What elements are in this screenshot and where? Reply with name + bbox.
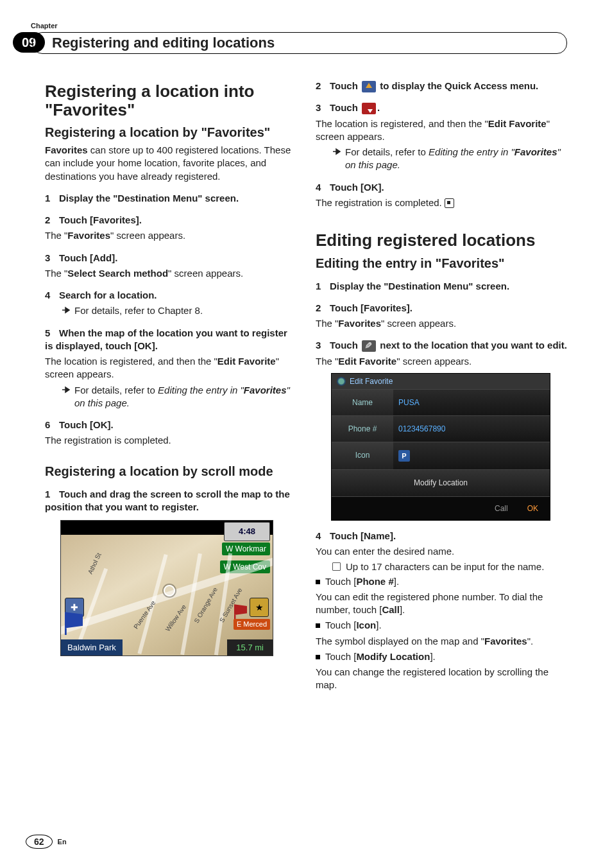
step-2-result: The "Favorites" screen appears. [45,229,296,242]
step-4-detail-text: For details, refer to Chapter 8. [74,304,203,317]
map-current-location: Baldwin Park [61,639,123,656]
r-step-4-result: The registration is completed. [316,196,567,209]
e-step-1-text: Display the "Destination Menu" screen. [330,281,509,291]
editfav-icon-value: P [393,442,550,469]
chapter-label: Chapter [31,22,58,30]
t: The " [316,318,338,329]
step-3: 3Touch [Add]. [45,252,296,265]
editfav-row-icon: Icon P [332,442,550,469]
bullet-phone: Touch [Phone #]. [316,575,567,588]
e-step-2-text: Touch [Favorites]. [330,302,412,313]
intro-paragraph: Favorites can store up to 400 registered… [45,144,296,183]
road-label: E Merced [234,619,270,630]
e-step-2: 2Touch [Favorites]. [316,302,567,315]
t: The " [45,230,67,241]
t: Select Search method [67,268,168,279]
t: For details, refer to [74,385,158,395]
editfav-phone-label: Phone # [332,416,393,442]
e-step-4-note-text: Up to 17 characters can be input for the… [346,560,544,573]
t: The location is registered, and then the… [316,118,488,129]
end-section-icon [445,198,454,208]
quick-access-icon [362,81,376,92]
editfav-phone-value: 01234567890 [393,416,550,442]
step-5-detail: For details, refer to Editing the entry … [62,384,296,410]
r-step-2: 2Touch to display the Quick Access menu. [316,80,567,92]
t: The " [316,356,338,367]
e-step-3-result: The "Edit Favorite" screen appears. [316,355,567,368]
t: ". [527,636,534,647]
t: " screen appears. [168,268,243,279]
r-step-3: 3Touch . [316,101,567,114]
editfav-name-label: Name [332,390,393,415]
t: ]. [394,576,399,587]
bullet-modify: Touch [Modify Location]. [316,650,567,663]
step-6-text: Touch [OK]. [59,419,114,430]
editfav-icon-label: Icon [332,442,393,469]
e-step-4-result: You can enter the desired name. [316,545,567,558]
note-icon [332,562,341,571]
t: Favorites [514,146,557,157]
t: . [377,102,380,113]
subheading-register-by-favorites: Registering a location by "Favorites" [45,125,296,140]
t: Favorites [67,230,110,241]
e-step-1: 1Display the "Destination Menu" screen. [316,280,567,293]
r-step-3-detail: For details, refer to Editing the entry … [332,146,567,172]
t: Edit Favorite [488,118,547,129]
editfav-footer: Call OK [332,496,550,520]
road-label: Athol St [86,551,103,575]
globe-icon [337,377,346,386]
step-2-text: Touch [Favorites]. [59,214,142,225]
bullet-phone-text: Touch [Phone #]. [325,575,399,588]
step-5-result: The location is registered, and then the… [45,355,296,381]
t: Favorites [338,318,381,329]
step-6: 6Touch [OK]. [45,419,296,431]
bullet-modify-text: Touch [Modify Location]. [325,650,436,663]
step-5-text: When the map of the location you want to… [45,327,287,351]
map-right-icon: ★ [250,598,269,617]
r-step-3-result: The location is registered, and then the… [316,117,567,144]
t: Touch [ [325,651,356,662]
editfav-row-phone: Phone # 01234567890 [332,415,550,442]
editfav-row-name: Name PUSA [332,389,550,415]
t: For details, refer to [345,146,429,157]
left-column: Registering a location into "Favorites" … [45,71,296,695]
arrow-icon [332,148,341,155]
edit-icon [362,340,376,352]
bullet-icon: Touch [Icon]. [316,619,567,632]
t: Edit Favorite [217,356,276,367]
step-4-text: Search for a location. [59,290,157,300]
bullet-icon-text: Touch [Icon]. [325,619,382,632]
t: Touch [330,102,361,113]
t: to display the Quick Access menu. [377,80,538,91]
step-5: 5When the map of the location you want t… [45,327,296,353]
map-time: 4:48 [224,522,270,541]
scroll-step-1-text: Touch and drag the screen to scroll the … [45,489,290,512]
r-step-3-detail-text: For details, refer to Editing the entry … [345,146,567,172]
right-column: 2Touch to display the Quick Access menu.… [316,71,567,695]
scroll-step-1: 1Touch and drag the screen to scroll the… [45,488,296,514]
t: Touch [330,340,361,351]
t: The location is registered, and then the… [45,356,217,367]
t: next to the location that you want to ed… [377,340,567,351]
bullet-icon-result: The symbol displayed on the map and "Fav… [316,635,567,648]
register-flag-icon [362,103,376,114]
t: ]. [376,620,381,630]
step-3-result: The "Select Search method" screen appear… [45,267,296,280]
t: Edit Favorite [338,356,396,367]
editfav-call-button: Call [495,503,508,514]
edit-favorite-screenshot: Edit Favorite Name PUSA Phone # 01234567… [331,373,550,521]
t: Favorites [244,385,287,395]
t: The " [45,268,67,279]
step-4-detail: For details, refer to Chapter 8. [62,304,296,317]
step-6-result: The registration is completed. [45,434,296,447]
e-step-4-note: Up to 17 characters can be input for the… [332,560,567,573]
language-label: En [58,838,67,846]
step-2: 2Touch [Favorites]. [45,214,296,227]
t: The registration is completed. [316,197,442,208]
bullet-modify-result: You can change the registered location b… [316,666,567,692]
heading-register-favorites: Registering a location into "Favorites" [45,82,296,119]
t: Phone # [356,576,393,587]
e-step-4-text: Touch [Name]. [330,530,396,541]
heading-editing-locations: Editing registered locations [316,231,567,250]
subheading-register-by-scroll: Registering a location by scroll mode [45,464,296,479]
